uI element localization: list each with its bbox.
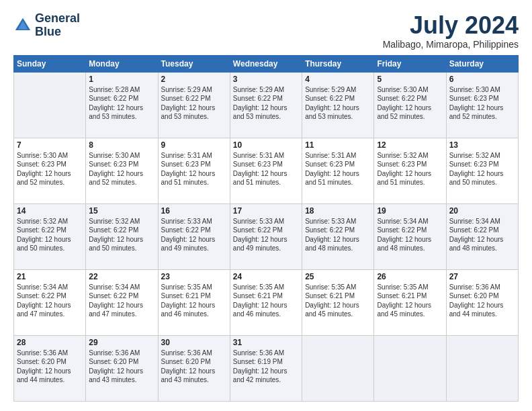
day-info: Sunrise: 5:32 AM Sunset: 6:22 PM Dayligh… (89, 217, 154, 253)
calendar-cell: 10Sunrise: 5:31 AM Sunset: 6:23 PM Dayli… (230, 138, 302, 203)
calendar-week-row: 14Sunrise: 5:32 AM Sunset: 6:22 PM Dayli… (14, 203, 519, 269)
day-number: 28 (17, 338, 83, 347)
day-number: 18 (305, 206, 371, 216)
day-number: 13 (449, 140, 515, 150)
weekday-header: Tuesday (158, 55, 230, 72)
calendar-cell: 2Sunrise: 5:29 AM Sunset: 6:22 PM Daylig… (158, 72, 230, 138)
day-number: 12 (377, 140, 443, 150)
weekday-header: Sunday (14, 55, 86, 72)
weekday-header: Wednesday (230, 55, 302, 72)
calendar-cell: 3Sunrise: 5:29 AM Sunset: 6:22 PM Daylig… (230, 72, 302, 138)
calendar-cell: 15Sunrise: 5:32 AM Sunset: 6:22 PM Dayli… (86, 203, 158, 269)
day-number: 17 (233, 206, 299, 216)
calendar-cell: 17Sunrise: 5:33 AM Sunset: 6:22 PM Dayli… (230, 203, 302, 269)
day-number: 25 (305, 272, 371, 281)
logo-text: General Blue (35, 12, 80, 39)
calendar-cell: 30Sunrise: 5:36 AM Sunset: 6:20 PM Dayli… (158, 335, 230, 401)
day-info: Sunrise: 5:36 AM Sunset: 6:20 PM Dayligh… (449, 283, 515, 319)
day-number: 23 (161, 272, 227, 281)
day-number: 22 (89, 272, 154, 281)
logo: General Blue (13, 12, 80, 39)
day-number: 15 (89, 206, 154, 216)
day-info: Sunrise: 5:32 AM Sunset: 6:23 PM Dayligh… (449, 151, 515, 187)
day-number: 16 (161, 206, 227, 216)
weekday-header: Monday (86, 55, 158, 72)
weekday-header: Thursday (302, 55, 374, 72)
calendar-table: SundayMondayTuesdayWednesdayThursdayFrid… (13, 55, 519, 402)
day-info: Sunrise: 5:29 AM Sunset: 6:22 PM Dayligh… (161, 85, 227, 122)
calendar-week-row: 28Sunrise: 5:36 AM Sunset: 6:20 PM Dayli… (14, 335, 519, 401)
header: General Blue July 2024 Malibago, Mimarop… (13, 12, 519, 50)
calendar-cell: 6Sunrise: 5:30 AM Sunset: 6:23 PM Daylig… (446, 72, 518, 138)
day-info: Sunrise: 5:35 AM Sunset: 6:21 PM Dayligh… (377, 283, 443, 319)
day-info: Sunrise: 5:33 AM Sunset: 6:22 PM Dayligh… (305, 217, 371, 253)
day-info: Sunrise: 5:34 AM Sunset: 6:22 PM Dayligh… (449, 217, 515, 253)
calendar-cell (302, 335, 374, 401)
day-info: Sunrise: 5:36 AM Sunset: 6:20 PM Dayligh… (89, 349, 154, 385)
day-info: Sunrise: 5:36 AM Sunset: 6:20 PM Dayligh… (17, 349, 83, 385)
day-number: 14 (17, 206, 83, 216)
calendar-cell: 27Sunrise: 5:36 AM Sunset: 6:20 PM Dayli… (446, 269, 518, 335)
day-info: Sunrise: 5:33 AM Sunset: 6:22 PM Dayligh… (161, 217, 227, 253)
calendar-cell: 4Sunrise: 5:29 AM Sunset: 6:22 PM Daylig… (302, 72, 374, 138)
day-number: 26 (377, 272, 443, 281)
calendar-cell: 28Sunrise: 5:36 AM Sunset: 6:20 PM Dayli… (14, 335, 86, 401)
day-number: 5 (377, 75, 443, 84)
day-number: 7 (17, 140, 83, 150)
subtitle: Malibago, Mimaropa, Philippines (383, 39, 519, 50)
day-info: Sunrise: 5:33 AM Sunset: 6:22 PM Dayligh… (233, 217, 299, 253)
calendar-cell: 16Sunrise: 5:33 AM Sunset: 6:22 PM Dayli… (158, 203, 230, 269)
day-info: Sunrise: 5:36 AM Sunset: 6:20 PM Dayligh… (161, 349, 227, 385)
calendar-cell: 8Sunrise: 5:30 AM Sunset: 6:23 PM Daylig… (86, 138, 158, 203)
weekday-header: Friday (374, 55, 446, 72)
day-number: 8 (89, 140, 154, 150)
calendar-cell: 19Sunrise: 5:34 AM Sunset: 6:22 PM Dayli… (374, 203, 446, 269)
calendar-week-row: 7Sunrise: 5:30 AM Sunset: 6:23 PM Daylig… (14, 138, 519, 203)
day-info: Sunrise: 5:31 AM Sunset: 6:23 PM Dayligh… (305, 151, 371, 187)
calendar-header-row: SundayMondayTuesdayWednesdayThursdayFrid… (14, 55, 519, 72)
day-info: Sunrise: 5:30 AM Sunset: 6:22 PM Dayligh… (377, 85, 443, 122)
day-info: Sunrise: 5:30 AM Sunset: 6:23 PM Dayligh… (89, 151, 154, 187)
calendar-cell: 31Sunrise: 5:36 AM Sunset: 6:19 PM Dayli… (230, 335, 302, 401)
calendar-cell: 1Sunrise: 5:28 AM Sunset: 6:22 PM Daylig… (86, 72, 158, 138)
day-number: 29 (89, 338, 154, 347)
calendar-cell: 11Sunrise: 5:31 AM Sunset: 6:23 PM Dayli… (302, 138, 374, 203)
day-info: Sunrise: 5:31 AM Sunset: 6:23 PM Dayligh… (233, 151, 299, 187)
day-number: 3 (233, 75, 299, 84)
day-number: 9 (161, 140, 227, 150)
title-block: July 2024 Malibago, Mimaropa, Philippine… (383, 12, 519, 50)
day-info: Sunrise: 5:32 AM Sunset: 6:22 PM Dayligh… (17, 217, 83, 253)
weekday-header: Saturday (446, 55, 518, 72)
calendar-cell (374, 335, 446, 401)
day-info: Sunrise: 5:32 AM Sunset: 6:23 PM Dayligh… (377, 151, 443, 187)
day-number: 6 (449, 75, 515, 84)
page: General Blue July 2024 Malibago, Mimarop… (0, 0, 532, 411)
day-number: 31 (233, 338, 299, 347)
day-info: Sunrise: 5:36 AM Sunset: 6:19 PM Dayligh… (233, 349, 299, 385)
day-info: Sunrise: 5:28 AM Sunset: 6:22 PM Dayligh… (89, 85, 154, 122)
calendar-cell: 9Sunrise: 5:31 AM Sunset: 6:23 PM Daylig… (158, 138, 230, 203)
calendar-cell: 24Sunrise: 5:35 AM Sunset: 6:21 PM Dayli… (230, 269, 302, 335)
day-number: 24 (233, 272, 299, 281)
day-info: Sunrise: 5:35 AM Sunset: 6:21 PM Dayligh… (161, 283, 227, 319)
day-number: 21 (17, 272, 83, 281)
day-number: 20 (449, 206, 515, 216)
calendar-cell: 29Sunrise: 5:36 AM Sunset: 6:20 PM Dayli… (86, 335, 158, 401)
day-number: 1 (89, 75, 154, 84)
day-info: Sunrise: 5:31 AM Sunset: 6:23 PM Dayligh… (161, 151, 227, 187)
calendar-cell: 12Sunrise: 5:32 AM Sunset: 6:23 PM Dayli… (374, 138, 446, 203)
calendar-cell: 23Sunrise: 5:35 AM Sunset: 6:21 PM Dayli… (158, 269, 230, 335)
day-number: 4 (305, 75, 371, 84)
calendar-cell: 22Sunrise: 5:34 AM Sunset: 6:22 PM Dayli… (86, 269, 158, 335)
calendar-cell (14, 72, 86, 138)
day-info: Sunrise: 5:34 AM Sunset: 6:22 PM Dayligh… (89, 283, 154, 319)
day-info: Sunrise: 5:34 AM Sunset: 6:22 PM Dayligh… (377, 217, 443, 253)
day-info: Sunrise: 5:29 AM Sunset: 6:22 PM Dayligh… (305, 85, 371, 122)
calendar-cell: 14Sunrise: 5:32 AM Sunset: 6:22 PM Dayli… (14, 203, 86, 269)
calendar-cell: 13Sunrise: 5:32 AM Sunset: 6:23 PM Dayli… (446, 138, 518, 203)
main-title: July 2024 (383, 12, 519, 39)
calendar-cell: 7Sunrise: 5:30 AM Sunset: 6:23 PM Daylig… (14, 138, 86, 203)
calendar-cell (446, 335, 518, 401)
day-number: 27 (449, 272, 515, 281)
day-info: Sunrise: 5:29 AM Sunset: 6:22 PM Dayligh… (233, 85, 299, 122)
